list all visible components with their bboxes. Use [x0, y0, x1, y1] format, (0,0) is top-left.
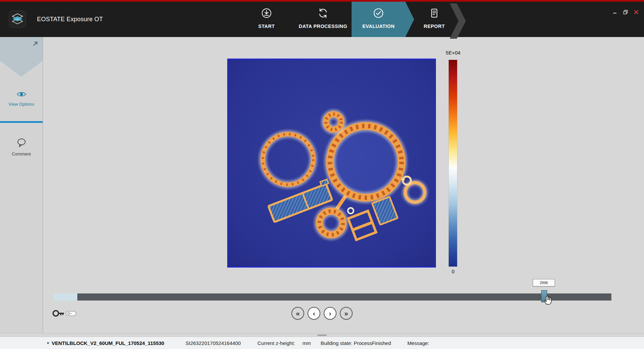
nav-step-label: REPORT: [424, 24, 445, 29]
layer-stepper-buttons: « ‹ › »: [0, 307, 644, 320]
last-layer-button[interactable]: »: [340, 307, 353, 320]
colorbar-max-label: 5E+04: [435, 50, 471, 56]
job-selector[interactable]: ▾ VENTILBLOCK_V2_60UM_FUL_170524_115530: [47, 337, 164, 349]
building-state: Building state: ProcessFinished: [321, 337, 391, 349]
job-name: VENTILBLOCK_V2_60UM_FUL_170524_115530: [52, 340, 164, 346]
document-icon: [428, 7, 440, 21]
colorbar: [448, 60, 457, 267]
restore-button[interactable]: [622, 9, 629, 15]
sidebar-item-comment[interactable]: Comment: [0, 138, 43, 156]
statusbar: ▾ VENTILBLOCK_V2_60UM_FUL_170524_115530 …: [0, 337, 644, 349]
z-height-label: Current z-height:: [257, 340, 295, 346]
nav-step-data-processing[interactable]: DATA PROCESSING: [293, 2, 353, 37]
layer-slider-handle[interactable]: [541, 290, 547, 302]
layer-slider-range[interactable]: [77, 293, 611, 301]
app-title: EOSTATE Exposure OT: [37, 2, 103, 37]
z-height-unit: mm: [303, 340, 311, 346]
sync-icon: [317, 7, 329, 21]
nav-step-label: DATA PROCESSING: [299, 24, 347, 29]
nav-step-label: START: [258, 24, 275, 29]
splitter-gripper[interactable]: [317, 335, 327, 336]
nav-step-start[interactable]: START: [236, 2, 297, 37]
message-label: Message:: [407, 337, 429, 349]
expand-panel-icon[interactable]: [32, 40, 39, 47]
layer-slider-tooltip: 2996: [533, 279, 555, 286]
next-layer-button[interactable]: ›: [324, 307, 336, 320]
check-circle-icon: [372, 7, 385, 21]
active-item-underline: [0, 121, 43, 123]
previous-layer-button[interactable]: ‹: [308, 307, 320, 320]
minimize-button[interactable]: [612, 9, 618, 15]
download-icon: [260, 7, 273, 21]
chevron-down-icon: ▾: [47, 341, 49, 345]
z-height-status: Current z-height: mm: [257, 337, 311, 349]
serial-number: SI263220170524164400: [186, 337, 241, 349]
serial-number-text: SI263220170524164400: [186, 340, 241, 346]
building-state-text: Building state: ProcessFinished: [321, 340, 391, 346]
sidebar-item-view-options[interactable]: View Options: [0, 91, 43, 107]
nav-step-label: EVALUATION: [362, 24, 395, 29]
app-logo: [9, 10, 26, 28]
comment-icon: [16, 138, 27, 149]
sidebar-item-label: View Options: [8, 102, 34, 107]
titlebar: EOSTATE Exposure OT START DATA PROCESSIN…: [0, 2, 644, 37]
message-label-text: Message:: [407, 340, 429, 346]
first-layer-button[interactable]: «: [291, 307, 304, 320]
sidebar: View Options Comment: [0, 37, 43, 333]
eye-icon: [16, 91, 27, 99]
bottom-splitter: [0, 333, 644, 337]
close-button[interactable]: [633, 9, 639, 15]
exposure-heatmap-canvas[interactable]: [227, 59, 436, 268]
sidebar-item-label: Comment: [12, 151, 31, 156]
window-controls: [612, 9, 639, 15]
colorbar-min-label: 0: [435, 269, 471, 274]
